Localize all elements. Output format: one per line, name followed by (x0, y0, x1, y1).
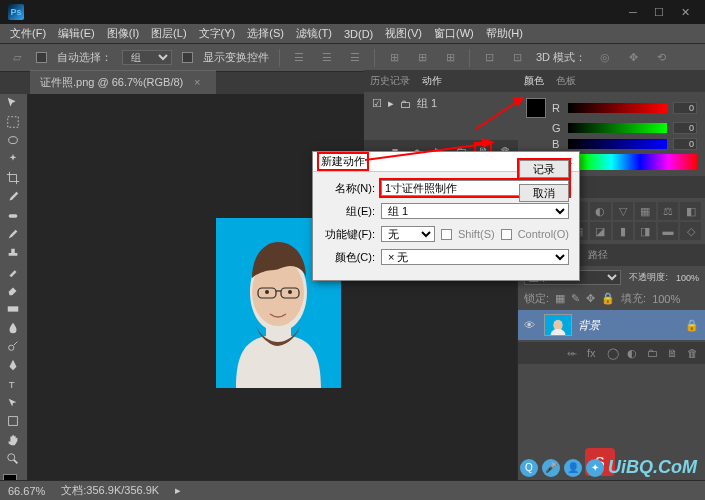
b-value[interactable]: 0 (673, 138, 697, 150)
shape-tool[interactable] (0, 412, 26, 431)
distribute-icon-3[interactable]: ⊞ (441, 49, 459, 67)
heal-tool[interactable] (0, 206, 26, 225)
lock-all-icon[interactable]: 🔒 (601, 292, 615, 305)
eraser-tool[interactable] (0, 281, 26, 300)
path-select-tool[interactable] (0, 393, 26, 412)
adjust-threshold-icon[interactable]: ◨ (635, 222, 656, 240)
fill-value[interactable]: 100% (652, 293, 680, 305)
lock-transparency-icon[interactable]: ▦ (555, 292, 565, 305)
r-slider[interactable] (568, 103, 667, 113)
gradient-tool[interactable] (0, 300, 26, 319)
move-tool[interactable] (0, 94, 26, 113)
layer-background-row[interactable]: 👁 背景 🔒 (518, 310, 705, 340)
adjust-bw-icon[interactable]: ◧ (680, 202, 701, 220)
wand-tool[interactable] (0, 150, 26, 169)
arrange-icon[interactable]: ⊡ (480, 49, 498, 67)
b-slider[interactable] (568, 139, 667, 149)
group-icon[interactable]: 🗀 (647, 347, 659, 359)
distribute-icon[interactable]: ⊞ (385, 49, 403, 67)
adjust-vibrance-icon[interactable]: ▽ (613, 202, 634, 220)
menu-help[interactable]: 帮助(H) (482, 24, 527, 43)
adjust-posterize-icon[interactable]: ▮ (613, 222, 634, 240)
mask-icon[interactable]: ◯ (607, 347, 619, 359)
minimize-button[interactable]: ─ (621, 4, 645, 20)
close-button[interactable]: ✕ (673, 4, 697, 20)
dodge-tool[interactable] (0, 337, 26, 356)
layer-thumbnail[interactable] (544, 314, 572, 336)
distribute-icon-2[interactable]: ⊞ (413, 49, 431, 67)
paths-tab[interactable]: 路径 (588, 248, 608, 262)
menu-image[interactable]: 图像(I) (103, 24, 143, 43)
adjust-gradient-icon[interactable]: ▬ (658, 222, 679, 240)
show-transform-checkbox[interactable] (182, 52, 193, 63)
zoom-level[interactable]: 66.67% (8, 485, 45, 497)
brush-tool[interactable] (0, 225, 26, 244)
fx-icon[interactable]: fx (587, 347, 599, 359)
document-tab[interactable]: 证件照.png @ 66.7%(RGB/8) × (30, 70, 216, 94)
3d-pan-icon[interactable]: ✥ (624, 49, 642, 67)
align-left-icon[interactable]: ☰ (290, 49, 308, 67)
r-value[interactable]: 0 (673, 102, 697, 114)
new-layer-icon[interactable]: 🗎 (667, 347, 679, 359)
type-tool[interactable]: T (0, 375, 26, 394)
lasso-tool[interactable] (0, 131, 26, 150)
opacity-value[interactable]: 100% (676, 273, 699, 283)
action-group-row[interactable]: ☑ ▸ 🗀 组 1 (372, 96, 510, 111)
blur-tool[interactable] (0, 318, 26, 337)
adjust-hue-icon[interactable]: ▦ (635, 202, 656, 220)
crop-tool[interactable] (0, 169, 26, 188)
delete-layer-icon[interactable]: 🗑 (687, 347, 699, 359)
g-value[interactable]: 0 (673, 122, 697, 134)
adjust-selective-icon[interactable]: ◇ (680, 222, 701, 240)
color-select[interactable]: × 无 (381, 249, 569, 265)
ctrl-checkbox[interactable] (501, 229, 512, 240)
align-center-icon[interactable]: ☰ (318, 49, 336, 67)
eyedropper-tool[interactable] (0, 188, 26, 207)
swatches-tab[interactable]: 色板 (556, 74, 576, 88)
visibility-toggle-icon[interactable]: 👁 (524, 319, 538, 331)
auto-select-dropdown[interactable]: 组 (122, 50, 172, 65)
menu-3d[interactable]: 3D(D) (340, 26, 377, 42)
arrange-icon-2[interactable]: ⊡ (508, 49, 526, 67)
menu-filter[interactable]: 滤镜(T) (292, 24, 336, 43)
menu-edit[interactable]: 编辑(E) (54, 24, 99, 43)
link-icon[interactable]: ⬰ (567, 347, 579, 359)
menu-select[interactable]: 选择(S) (243, 24, 288, 43)
group-select[interactable]: 组 1 (381, 203, 569, 219)
adjust-exposure-icon[interactable]: ◐ (590, 202, 611, 220)
shift-checkbox[interactable] (441, 229, 452, 240)
color-tab[interactable]: 颜色 (524, 74, 544, 88)
status-arrow-icon[interactable]: ▸ (175, 484, 181, 497)
fkey-select[interactable]: 无 (381, 226, 435, 242)
cancel-button[interactable]: 取消 (519, 184, 569, 202)
fill-adjust-icon[interactable]: ◐ (627, 347, 639, 359)
toggle-checkbox[interactable]: ☑ (372, 97, 382, 110)
menu-view[interactable]: 视图(V) (381, 24, 426, 43)
move-tool-preset-icon[interactable]: ▱ (8, 49, 26, 67)
lock-position-icon[interactable]: ✥ (586, 292, 595, 305)
adjust-balance-icon[interactable]: ⚖ (658, 202, 679, 220)
history-brush-tool[interactable] (0, 262, 26, 281)
marquee-tool[interactable] (0, 113, 26, 132)
align-right-icon[interactable]: ☰ (346, 49, 364, 67)
expand-icon[interactable]: ▸ (388, 97, 394, 110)
maximize-button[interactable]: ☐ (647, 4, 671, 20)
zoom-tool[interactable] (0, 449, 26, 468)
pen-tool[interactable] (0, 356, 26, 375)
menu-layer[interactable]: 图层(L) (147, 24, 190, 43)
actions-tab[interactable]: 动作 (422, 74, 442, 88)
auto-select-checkbox[interactable] (36, 52, 47, 63)
lock-pixels-icon[interactable]: ✎ (571, 292, 580, 305)
g-slider[interactable] (568, 123, 667, 133)
menu-type[interactable]: 文字(Y) (195, 24, 240, 43)
menu-file[interactable]: 文件(F) (6, 24, 50, 43)
adjust-invert-icon[interactable]: ◪ (590, 222, 611, 240)
color-swatch[interactable] (526, 98, 546, 118)
3d-orbit-icon[interactable]: ◎ (596, 49, 614, 67)
record-button[interactable]: 记录 (519, 160, 569, 178)
menu-window[interactable]: 窗口(W) (430, 24, 478, 43)
hand-tool[interactable] (0, 431, 26, 450)
stamp-tool[interactable] (0, 244, 26, 263)
tab-close-icon[interactable]: × (194, 76, 200, 88)
3d-roll-icon[interactable]: ⟲ (652, 49, 670, 67)
